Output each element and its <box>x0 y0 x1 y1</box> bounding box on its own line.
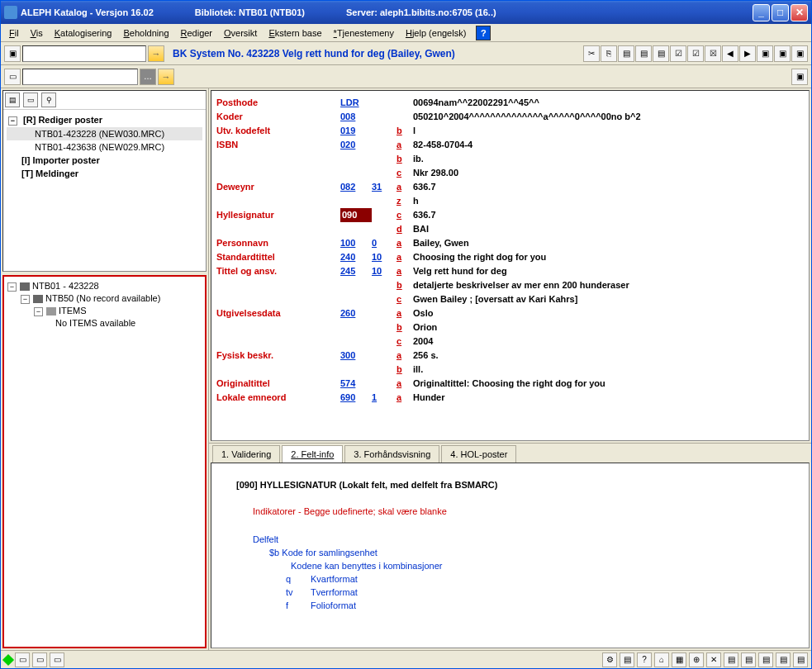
marc-indicator[interactable] <box>372 377 397 391</box>
tab-0[interactable]: 1. Validering <box>212 445 280 463</box>
collapse-icon[interactable]: − <box>8 116 17 126</box>
marc-value[interactable]: Hunder <box>413 391 804 405</box>
marc-subfield[interactable]: b <box>397 152 413 166</box>
marc-row[interactable]: Lokale emneord6901aHunder <box>216 391 804 405</box>
menu-hjelpengelsk[interactable]: Hjelp (engelsk) <box>401 26 471 40</box>
marc-row[interactable]: c2004 <box>216 334 804 349</box>
marc-indicator[interactable] <box>372 278 397 292</box>
marc-row[interactable]: Utgivelsesdata260aOslo <box>216 306 804 320</box>
tb-r10[interactable]: ▶ <box>739 45 756 62</box>
marc-subfield[interactable]: z <box>397 194 413 208</box>
tb-r3[interactable]: ▤ <box>618 45 634 62</box>
marc-indicator[interactable] <box>372 166 397 180</box>
marc-row[interactable]: ISBN020a82-458-0704-4 <box>216 138 804 152</box>
marc-indicator[interactable] <box>372 334 397 349</box>
marc-subfield[interactable]: a <box>397 236 413 250</box>
marc-value[interactable]: 2004 <box>413 334 804 349</box>
menu-tjenestemeny[interactable]: *Tjenestemeny <box>329 26 399 40</box>
marc-row[interactable]: Fysisk beskr.300a256 s. <box>216 349 804 363</box>
marc-value[interactable]: 636.7 <box>413 180 804 194</box>
marc-indicator[interactable] <box>372 138 397 152</box>
marc-indicator[interactable] <box>372 320 397 334</box>
marc-tag[interactable]: 082 <box>340 180 372 194</box>
marc-value[interactable]: ib. <box>413 152 804 166</box>
marc-value[interactable]: 256 s. <box>413 349 804 363</box>
marc-tag[interactable]: LDR <box>340 96 372 110</box>
marc-subfield[interactable]: d <box>397 222 413 236</box>
marc-value[interactable]: 82-458-0704-4 <box>413 138 804 152</box>
marc-tag[interactable]: 020 <box>340 138 372 152</box>
tab-1[interactable]: 2. Felt-info <box>282 445 343 463</box>
go-button-2[interactable]: → <box>158 69 174 85</box>
marc-indicator[interactable] <box>372 363 397 377</box>
marc-tag[interactable] <box>340 292 372 306</box>
marc-value[interactable]: Originaltittel: Choosing the right dog f… <box>413 377 804 391</box>
pane-tab-1[interactable]: ▤ <box>5 93 20 107</box>
st-r12[interactable]: ▤ <box>793 652 808 667</box>
st-r9[interactable]: ▤ <box>741 652 756 667</box>
marc-value[interactable]: l <box>413 124 804 138</box>
pane-tab-2[interactable]: ▭ <box>23 93 38 107</box>
toolbar-input-1[interactable] <box>22 45 146 62</box>
marc-subfield[interactable]: b <box>397 124 413 138</box>
st-r2[interactable]: ▤ <box>620 652 634 667</box>
tb-r2[interactable]: ⎘ <box>601 45 617 62</box>
marc-tag[interactable] <box>340 152 372 166</box>
tb-r5[interactable]: ▤ <box>653 45 669 62</box>
sub-root[interactable]: −NTB01 - 423228 <box>7 280 202 292</box>
marc-value[interactable]: Orion <box>413 320 804 334</box>
marc-subfield[interactable]: b <box>397 278 413 292</box>
marc-indicator[interactable]: 0 <box>372 236 397 250</box>
marc-tag[interactable]: 574 <box>340 377 372 391</box>
st-l2[interactable]: ▭ <box>32 652 47 667</box>
marc-value[interactable]: 636.7 <box>413 208 804 222</box>
marc-subfield[interactable]: a <box>397 377 413 391</box>
tree-other-1[interactable]: [T] Meldinger <box>7 167 202 180</box>
tb-r7[interactable]: ☑ <box>687 45 704 62</box>
marc-row[interactable]: bdetaljerte beskrivelser av mer enn 200 … <box>216 278 804 292</box>
sub-child2[interactable]: −ITEMS <box>7 305 202 317</box>
tree-record-0[interactable]: NTB01-423228 (NEW030.MRC) <box>7 127 202 140</box>
marc-indicator[interactable] <box>372 222 397 236</box>
marc-value[interactable]: 00694nam^^22002291^^45^^ <box>413 96 804 110</box>
marc-row[interactable]: bOrion <box>216 320 804 334</box>
marc-row[interactable]: Koder008050210^2004^^^^^^^^^^^^^^a^^^^^0… <box>216 110 804 124</box>
sub-child1[interactable]: −NTB50 (No record available) <box>7 292 202 305</box>
marc-tag[interactable] <box>340 194 372 208</box>
st-r5[interactable]: ▦ <box>672 652 686 667</box>
st-r11[interactable]: ▤ <box>776 652 791 667</box>
st-r1[interactable]: ⚙ <box>602 652 617 667</box>
tb-r13[interactable]: ▣ <box>791 45 808 62</box>
marc-editor[interactable]: PosthodeLDR00694nam^^22002291^^45^^Koder… <box>211 90 810 441</box>
marc-subfield[interactable]: a <box>397 250 413 264</box>
marc-tag[interactable] <box>340 320 372 334</box>
st-r4[interactable]: ⌂ <box>654 652 669 667</box>
go-button-1[interactable]: → <box>148 45 164 62</box>
marc-indicator[interactable]: 10 <box>372 250 397 264</box>
marc-indicator[interactable] <box>372 194 397 208</box>
marc-subfield[interactable]: c <box>397 292 413 306</box>
marc-value[interactable]: BAI <box>413 222 804 236</box>
tab-3[interactable]: 4. HOL-poster <box>441 445 516 463</box>
marc-row[interactable]: PosthodeLDR00694nam^^22002291^^45^^ <box>216 96 804 110</box>
menu-vis[interactable]: Vis <box>26 26 48 40</box>
field-info-panel[interactable]: [090] HYLLESIGNATUR (Lokalt felt, med de… <box>211 463 810 648</box>
marc-tag[interactable]: 690 <box>340 391 372 405</box>
tb-r9[interactable]: ◀ <box>722 45 738 62</box>
tb-r12[interactable]: ▣ <box>774 45 791 62</box>
tree-root[interactable]: − [R] Rediger poster <box>7 113 202 127</box>
marc-value[interactable]: 050210^2004^^^^^^^^^^^^^^a^^^^^0^^^^00no… <box>413 110 804 124</box>
marc-value[interactable]: h <box>413 194 804 208</box>
marc-value[interactable]: Oslo <box>413 306 804 320</box>
marc-tag[interactable]: 300 <box>340 349 372 363</box>
marc-row[interactable]: Hyllesignatur090c636.7 <box>216 208 804 222</box>
marc-indicator[interactable]: 31 <box>372 180 397 194</box>
marc-subfield[interactable]: a <box>397 180 413 194</box>
st-r7[interactable]: ✕ <box>706 652 721 667</box>
marc-row[interactable]: Originaltittel574aOriginaltittel: Choosi… <box>216 377 804 391</box>
marc-value[interactable]: ill. <box>413 363 804 377</box>
marc-subfield[interactable]: a <box>397 138 413 152</box>
menu-katalogisering[interactable]: Katalogisering <box>50 26 117 40</box>
st-l3[interactable]: ▭ <box>50 652 64 667</box>
tb-r8[interactable]: ☒ <box>705 45 721 62</box>
